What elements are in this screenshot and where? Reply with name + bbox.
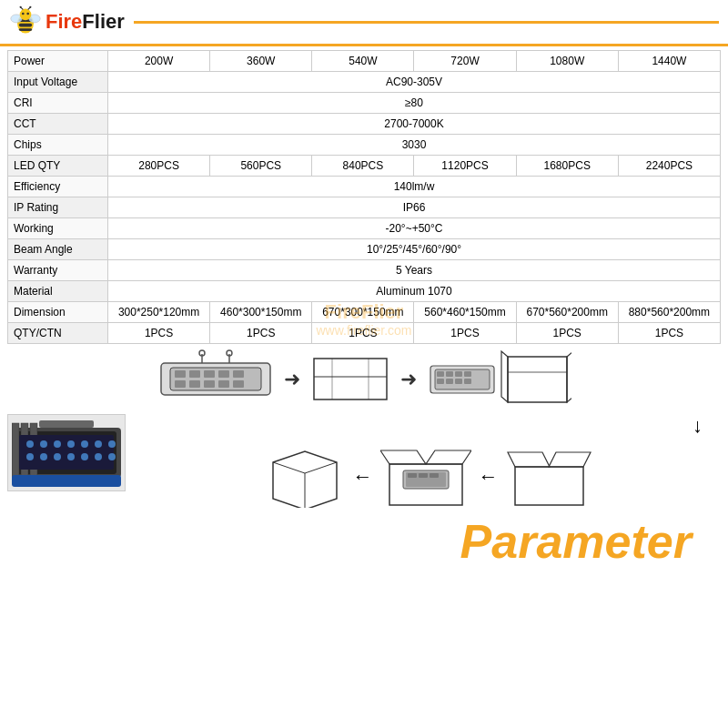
row-value: 3030 (108, 135, 721, 156)
table-row: IP RatingIP66 (8, 197, 721, 218)
table-row: Beam Angle10°/25°/45°/60°/90° (8, 239, 721, 260)
row-value: 670*300*150mm (312, 302, 414, 323)
table-row: CRI≥80 (8, 93, 721, 114)
row-value: 2240PCS (618, 156, 720, 177)
row-value: 1PCS (516, 323, 618, 344)
arrow-left-1: ← (353, 465, 373, 489)
svg-point-66 (95, 453, 102, 460)
row-value: 1080W (516, 51, 618, 72)
svg-rect-3 (19, 28, 32, 31)
spec-table: Power200W360W540W720W1080W1440WInput Vol… (7, 50, 721, 344)
logo-flier: Flier (82, 10, 124, 33)
svg-rect-80 (430, 473, 439, 478)
svg-rect-21 (189, 380, 200, 388)
svg-point-59 (95, 440, 102, 448)
logo-fire: Fire (46, 10, 82, 33)
box-long (309, 349, 391, 409)
logo-text: FireFlier (46, 10, 125, 34)
table-row: Efficiency140lm/w (8, 177, 721, 197)
logo-area: FireFlier (9, 5, 125, 38)
row-value: 460*300*150mm (210, 302, 312, 323)
row-value: 1PCS (312, 323, 414, 344)
svg-point-56 (54, 440, 61, 448)
row-value: 840PCS (312, 156, 414, 177)
row-label: IP Rating (8, 197, 108, 218)
row-value: 360W (210, 51, 312, 72)
row-value: -20°~+50°C (108, 218, 721, 239)
table-row: Input VoltageAC90-305V (8, 72, 721, 93)
header-line (134, 21, 719, 24)
table-row: Power200W360W540W720W1080W1440W (8, 51, 721, 72)
svg-point-61 (26, 453, 34, 460)
svg-rect-40 (446, 379, 453, 384)
arrow-2: ➜ (400, 368, 417, 391)
row-value: 1120PCS (414, 156, 516, 177)
svg-marker-74 (380, 450, 426, 464)
row-value: 560PCS (210, 156, 312, 177)
fixture-image (157, 349, 275, 409)
fixture-photo (7, 414, 126, 491)
svg-point-67 (108, 453, 116, 460)
svg-rect-2 (19, 24, 32, 27)
row-label: Efficiency (8, 177, 108, 197)
row-value: IP66 (108, 197, 721, 218)
svg-rect-39 (437, 379, 444, 384)
svg-marker-75 (426, 450, 471, 464)
svg-rect-22 (204, 380, 215, 388)
svg-point-62 (40, 453, 47, 460)
table-row: CCT2700-7000K (8, 114, 721, 135)
svg-point-6 (20, 9, 32, 21)
svg-point-8 (26, 13, 29, 15)
row-value: 720W (414, 51, 516, 72)
table-row: Chips3030 (8, 135, 721, 156)
row-value: 1PCS (210, 323, 312, 344)
svg-rect-15 (175, 370, 186, 378)
svg-rect-16 (189, 370, 200, 378)
arrow-left-2: ← (479, 465, 499, 489)
svg-rect-52 (39, 420, 94, 428)
table-row: Warranty5 Years (8, 260, 721, 281)
svg-rect-79 (419, 473, 428, 478)
svg-point-60 (108, 440, 116, 448)
svg-rect-18 (218, 370, 229, 378)
box-closed (264, 444, 346, 511)
table-row: LED QTY280PCS560PCS840PCS1120PCS1680PCS2… (8, 156, 721, 177)
row-value: 200W (108, 51, 210, 72)
row-value: 560*460*150mm (414, 302, 516, 323)
svg-rect-49 (12, 423, 19, 478)
fixture-svg (157, 349, 275, 409)
row-label: Warranty (8, 260, 108, 281)
row-value: 1PCS (414, 323, 516, 344)
row-value: 1440W (618, 51, 720, 72)
row-value: 280PCS (108, 156, 210, 177)
arrow-1: ➜ (284, 368, 300, 391)
svg-point-58 (81, 440, 88, 448)
svg-rect-36 (446, 371, 453, 377)
row-value: AC90-305V (108, 72, 721, 93)
svg-point-7 (22, 13, 25, 15)
row-value: Aluminum 1070 (108, 281, 721, 302)
svg-point-65 (81, 453, 88, 460)
svg-rect-53 (19, 435, 114, 470)
row-value: 2700-7000K (108, 114, 721, 135)
header: FireFlier (0, 0, 728, 46)
svg-rect-43 (508, 357, 567, 402)
fixture-in-box (426, 349, 571, 409)
svg-rect-17 (204, 370, 215, 378)
row-value: 880*560*200mm (618, 302, 720, 323)
svg-rect-81 (515, 467, 583, 505)
svg-line-71 (305, 462, 337, 473)
row-label: QTY/CTN (8, 323, 108, 344)
spec-table-container: Power200W360W540W720W1080W1440WInput Vol… (0, 50, 728, 344)
svg-rect-24 (233, 380, 244, 388)
arrow-down: ↓ (693, 414, 703, 438)
svg-rect-19 (233, 370, 244, 378)
svg-point-12 (29, 6, 31, 8)
svg-rect-37 (455, 371, 462, 377)
svg-marker-82 (508, 452, 550, 467)
packaging-section: ➜ ➜ (0, 344, 728, 512)
row-label: Dimension (8, 302, 108, 323)
row-label: CCT (8, 114, 108, 135)
svg-rect-38 (464, 371, 471, 377)
row-label: Beam Angle (8, 239, 108, 260)
